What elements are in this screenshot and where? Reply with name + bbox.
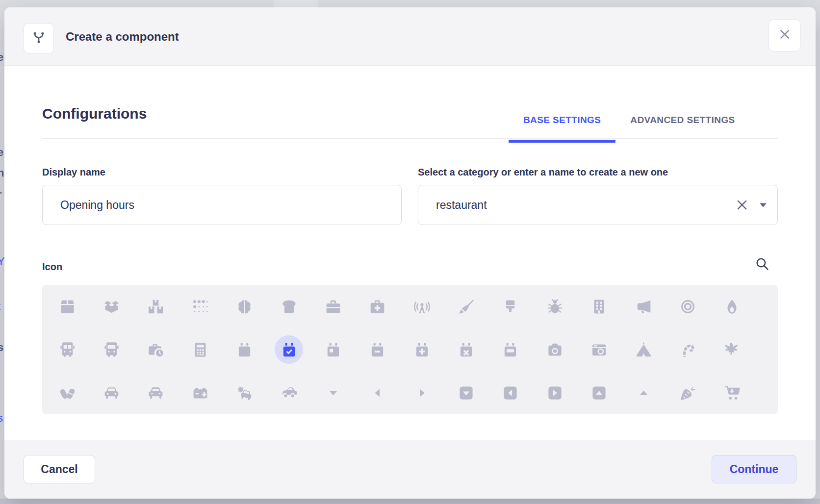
- icon-option-broadcast-tower[interactable]: [400, 285, 444, 328]
- continue-button[interactable]: Continue: [712, 455, 796, 483]
- caret-square-left-icon: [502, 384, 519, 402]
- capsules-icon: [59, 384, 76, 402]
- box-icon: [59, 298, 76, 315]
- building-icon: [590, 298, 608, 315]
- car-side-icon: [281, 384, 298, 402]
- icon-option-capsules[interactable]: [45, 371, 89, 414]
- cancel-button[interactable]: Cancel: [24, 455, 95, 483]
- icon-option-candy-cane[interactable]: [666, 328, 710, 371]
- icon-option-camera[interactable]: [533, 328, 577, 371]
- category-dropdown-caret-icon[interactable]: [759, 201, 768, 209]
- caret-left-icon: [369, 384, 386, 402]
- icon-option-car-alt[interactable]: [134, 371, 178, 414]
- icon-option-car-crash[interactable]: [223, 371, 267, 414]
- icon-option-calendar-check[interactable]: [267, 328, 311, 371]
- icon-option-braille[interactable]: [178, 285, 222, 328]
- category-select-input[interactable]: [418, 185, 778, 225]
- icon-option-box[interactable]: [45, 285, 89, 328]
- icon-option-caret-square-up[interactable]: [577, 371, 621, 414]
- icon-search-button[interactable]: [755, 256, 771, 273]
- icon-option-calendar-times[interactable]: [444, 328, 488, 371]
- icon-option-bullseye[interactable]: [666, 285, 710, 328]
- icon-option-business-time[interactable]: [134, 328, 178, 371]
- icon-option-carrot[interactable]: [666, 371, 710, 414]
- icon-option-burn[interactable]: [710, 285, 754, 328]
- car-icon: [103, 384, 120, 402]
- cart-arrow-down-icon: [723, 384, 741, 402]
- caret-right-icon: [413, 384, 431, 402]
- display-name-input[interactable]: [42, 185, 402, 225]
- calendar-minus-icon: [369, 341, 386, 358]
- icon-option-caret-down[interactable]: [311, 371, 355, 414]
- calculator-icon: [192, 341, 209, 358]
- icon-option-bread-slice[interactable]: [267, 285, 311, 328]
- icon-option-cannabis[interactable]: [710, 328, 754, 371]
- bug-icon: [546, 298, 564, 315]
- icon-option-calendar-week[interactable]: [488, 328, 533, 371]
- settings-tabs: BASE SETTINGS ADVANCED SETTINGS: [509, 101, 750, 139]
- icon-option-brain[interactable]: [223, 285, 267, 328]
- calendar-check-icon: [281, 341, 298, 358]
- background-text-fragment: s: [0, 341, 3, 354]
- icon-option-calendar-minus[interactable]: [356, 328, 400, 371]
- background-page-sliver: eenrYtss: [0, 0, 4, 504]
- clear-category-icon[interactable]: [735, 198, 749, 212]
- candy-cane-icon: [679, 341, 696, 358]
- icon-option-car-side[interactable]: [267, 371, 311, 414]
- campground-icon: [635, 341, 652, 358]
- bus-alt-icon: [103, 341, 120, 358]
- icon-option-bus-alt[interactable]: [89, 328, 133, 371]
- display-name-label: Display name: [42, 167, 105, 178]
- background-text-fragment: s: [0, 412, 3, 425]
- icon-option-caret-square-right[interactable]: [533, 371, 577, 414]
- icon-option-caret-square-down[interactable]: [444, 371, 488, 414]
- icon-option-briefcase-medical[interactable]: [356, 285, 400, 328]
- car-crash-icon: [236, 384, 253, 402]
- icon-option-calendar-plus[interactable]: [400, 328, 444, 371]
- icon-option-brush[interactable]: [488, 285, 533, 328]
- briefcase-icon: [325, 298, 342, 315]
- brush-icon: [502, 298, 519, 315]
- calendar-plus-icon: [413, 341, 431, 358]
- braille-icon: [192, 298, 209, 315]
- category-label: Select a category or enter a name to cre…: [418, 167, 668, 178]
- background-text-fragment: n: [0, 167, 4, 179]
- icon-option-box-open[interactable]: [89, 285, 133, 328]
- background-text-fragment: e: [0, 51, 3, 64]
- broom-icon: [458, 298, 475, 315]
- icon-picker-label: Icon: [42, 261, 62, 273]
- broadcast-tower-icon: [413, 298, 431, 315]
- icon-option-caret-square-left[interactable]: [488, 371, 533, 414]
- icon-option-caret-up[interactable]: [621, 371, 666, 414]
- icon-option-bug[interactable]: [533, 285, 577, 328]
- component-branch-icon: [30, 29, 47, 48]
- icon-option-briefcase[interactable]: [311, 285, 355, 328]
- icon-option-caret-right[interactable]: [400, 371, 444, 414]
- icon-option-car[interactable]: [89, 371, 133, 414]
- tab-base-settings[interactable]: BASE SETTINGS: [509, 101, 615, 139]
- component-icon-badge: [24, 23, 54, 53]
- icon-option-calendar[interactable]: [223, 328, 267, 371]
- close-button[interactable]: [769, 19, 801, 51]
- briefcase-medical-icon: [369, 298, 386, 315]
- tab-advanced-settings[interactable]: ADVANCED SETTINGS: [615, 101, 749, 139]
- icon-option-boxes[interactable]: [134, 285, 178, 328]
- caret-up-icon: [635, 384, 652, 402]
- icon-option-building[interactable]: [577, 285, 621, 328]
- bullhorn-icon: [635, 298, 652, 315]
- icon-option-bus[interactable]: [45, 328, 89, 371]
- icon-option-car-battery[interactable]: [178, 371, 222, 414]
- icon-option-calendar-day[interactable]: [311, 328, 355, 371]
- icon-option-campground[interactable]: [621, 328, 666, 371]
- icon-option-cart-arrow-down[interactable]: [710, 371, 754, 414]
- camera-retro-icon: [590, 341, 608, 358]
- icon-option-bullhorn[interactable]: [621, 285, 666, 328]
- icon-option-camera-retro[interactable]: [577, 328, 621, 371]
- page-title: Configurations: [42, 105, 147, 122]
- icon-option-broom[interactable]: [444, 285, 488, 328]
- icon-option-calculator[interactable]: [178, 328, 222, 371]
- icon-option-caret-left[interactable]: [356, 371, 400, 414]
- calendar-times-icon: [458, 341, 475, 358]
- search-icon: [755, 264, 769, 273]
- calendar-day-icon: [325, 341, 342, 358]
